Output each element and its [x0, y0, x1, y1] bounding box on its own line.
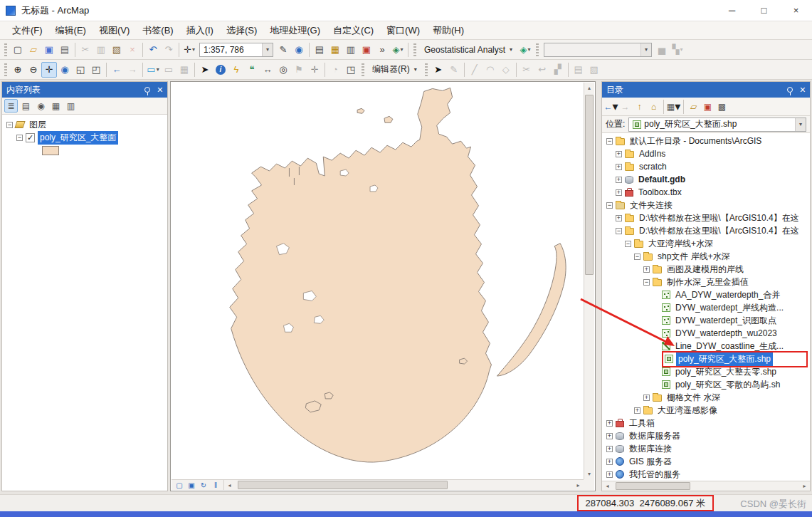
- catalog-item[interactable]: AA_DYW_waterdepth_合并: [602, 288, 810, 301]
- refresh-view-button[interactable]: ↻: [198, 480, 209, 490]
- print-icon[interactable]: ▤: [57, 42, 73, 58]
- scroll-left-icon[interactable]: [224, 480, 235, 491]
- edit-arrow-icon[interactable]: ➤: [431, 62, 446, 78]
- layer-name[interactable]: poly_研究区_大整面: [38, 131, 118, 145]
- expander-icon[interactable]: [643, 395, 650, 401]
- map-horizontal-scrollbar[interactable]: ▢▣↻‖: [172, 479, 584, 490]
- toolbar-grip[interactable]: [362, 63, 364, 76]
- toolbox-window-icon[interactable]: ▣: [701, 100, 715, 113]
- expander-icon[interactable]: [616, 215, 622, 221]
- pause-drawing-button[interactable]: ‖: [210, 480, 221, 490]
- contents-view-icon[interactable]: ▦▾: [667, 100, 680, 113]
- catalog-item[interactable]: 我托管的服务: [602, 468, 810, 481]
- copy-icon[interactable]: ▥: [93, 42, 109, 58]
- split-icon[interactable]: ▞: [550, 62, 566, 78]
- time-slider-icon[interactable]: ◔: [327, 62, 343, 78]
- toolbar-grip[interactable]: [536, 43, 539, 56]
- sketch-tool-icon[interactable]: ✎: [446, 62, 462, 78]
- catalog-item[interactable]: poly_研究区_大整面.shp: [602, 352, 810, 365]
- go-forward-extent-icon[interactable]: →: [125, 62, 140, 78]
- search-window-icon[interactable]: ▥: [343, 42, 359, 58]
- menu-item[interactable]: 地理处理(G): [263, 22, 327, 39]
- catalog-window-icon[interactable]: ▦: [327, 42, 343, 58]
- list-by-visibility-icon[interactable]: ◉: [34, 99, 48, 113]
- crescent-polygon[interactable]: [497, 244, 566, 376]
- list-by-drawing-order-icon[interactable]: ≣: [4, 99, 18, 113]
- catalog-item[interactable]: D:\软件都放在这里啦\【ArcGIS10.4】在这: [602, 224, 810, 237]
- expander-icon[interactable]: [634, 254, 640, 260]
- close-panel-icon[interactable]: [800, 85, 806, 95]
- expander-icon[interactable]: [606, 446, 613, 452]
- expander-icon[interactable]: [606, 138, 613, 145]
- map-vertical-scrollbar[interactable]: [584, 83, 594, 479]
- menu-item[interactable]: 窗口(W): [380, 22, 426, 39]
- fixed-zoom-out-icon[interactable]: ◰: [88, 62, 104, 78]
- close-panel-icon[interactable]: [157, 85, 163, 95]
- toolbar-grip[interactable]: [4, 43, 7, 56]
- pin-icon[interactable]: [144, 87, 150, 93]
- expander-icon[interactable]: [616, 228, 622, 234]
- reshape-icon[interactable]: ↩: [534, 62, 550, 78]
- scroll-thumb[interactable]: [238, 481, 448, 489]
- list-by-source-icon[interactable]: ▤: [19, 99, 33, 113]
- island[interactable]: [357, 108, 364, 113]
- menu-item[interactable]: 书签(B): [136, 22, 179, 39]
- scroll-thumb[interactable]: [616, 482, 690, 490]
- catalog-item[interactable]: Default.gdb: [602, 173, 810, 186]
- dropdown-arrow-icon[interactable]: ▾: [262, 43, 273, 56]
- catalog-item[interactable]: Toolbox.tbx: [602, 186, 810, 199]
- list-by-selection-icon[interactable]: ▦: [49, 99, 63, 113]
- catalog-item[interactable]: poly_研究区_大整去零.shp: [602, 365, 810, 378]
- table-of-contents-window-icon[interactable]: ▤: [312, 42, 327, 58]
- expander-icon[interactable]: [606, 202, 613, 209]
- paste-icon[interactable]: ▧: [109, 42, 125, 58]
- catalog-item[interactable]: scratch: [602, 160, 810, 173]
- catalog-item[interactable]: GIS 服务器: [602, 455, 810, 468]
- layer-visibility-checkbox[interactable]: [26, 133, 35, 142]
- editor-toolbar-toggle-icon[interactable]: ✎: [275, 42, 291, 58]
- editor-menu[interactable]: 编辑器(R)▾: [367, 62, 422, 78]
- go-back-extent-icon[interactable]: ←: [109, 62, 125, 78]
- expander-icon[interactable]: [606, 471, 613, 478]
- redo-icon[interactable]: ↷: [161, 42, 176, 58]
- expander-icon[interactable]: [616, 177, 622, 183]
- cut-icon[interactable]: ✂: [78, 42, 93, 58]
- toolbar-grip[interactable]: [4, 63, 7, 76]
- layout-view-button[interactable]: ▣: [186, 480, 197, 490]
- location-combo[interactable]: poly_研究区_大整面.shp ▾: [628, 118, 806, 132]
- save-icon[interactable]: ▣: [41, 42, 57, 58]
- catalog-item[interactable]: 制作水深_克里金插值: [602, 276, 810, 288]
- pin-icon[interactable]: [787, 87, 793, 93]
- catalog-tree-icon[interactable]: ▩: [715, 100, 729, 113]
- catalog-item[interactable]: 工具箱: [602, 417, 810, 429]
- minimize-button[interactable]: ─: [716, 0, 748, 21]
- catalog-item[interactable]: DYW_waterdepth_wu2023: [602, 327, 810, 340]
- select-features-icon[interactable]: ▭▾: [145, 62, 161, 78]
- catalog-item[interactable]: 数据库服务器: [602, 429, 810, 442]
- catalog-item[interactable]: 画图及建模用的岸线: [602, 263, 810, 276]
- layer-symbol-swatch[interactable]: [42, 146, 59, 155]
- menu-item[interactable]: 插入(I): [180, 22, 220, 39]
- identify-icon[interactable]: i: [213, 62, 228, 78]
- full-extent-icon[interactable]: ◉: [57, 62, 73, 78]
- arc-segment-icon[interactable]: ◠: [483, 62, 498, 78]
- expander-icon[interactable]: [634, 407, 640, 414]
- menu-item[interactable]: 编辑(E): [49, 22, 93, 39]
- select-by-attributes-icon[interactable]: ▦: [176, 62, 192, 78]
- measure-icon[interactable]: ↔: [260, 62, 275, 78]
- geostatistical-layer-combo[interactable]: ▾: [544, 43, 652, 57]
- expander-icon[interactable]: [643, 279, 650, 286]
- scroll-up-icon[interactable]: [584, 83, 595, 93]
- catalog-item[interactable]: DYW_waterdept_识图取点: [602, 314, 810, 327]
- qq-plot-icon[interactable]: ▚▾: [670, 42, 685, 58]
- straight-segment-icon[interactable]: ╱: [467, 62, 483, 78]
- viewer-window-icon[interactable]: ◳: [343, 62, 359, 78]
- toolbar-grip[interactable]: [425, 63, 428, 76]
- forward-icon[interactable]: →: [618, 100, 632, 113]
- catalog-item[interactable]: D:\软件都放在这里啦\【ArcGIS10.4】在这: [602, 212, 810, 224]
- open-folder-icon[interactable]: ▱: [26, 42, 41, 58]
- delete-icon[interactable]: ×: [125, 42, 140, 58]
- cut-polygons-icon[interactable]: ✂: [519, 62, 534, 78]
- pan-icon[interactable]: ✛: [41, 62, 57, 78]
- catalog-item[interactable]: 文件夹连接: [602, 199, 810, 212]
